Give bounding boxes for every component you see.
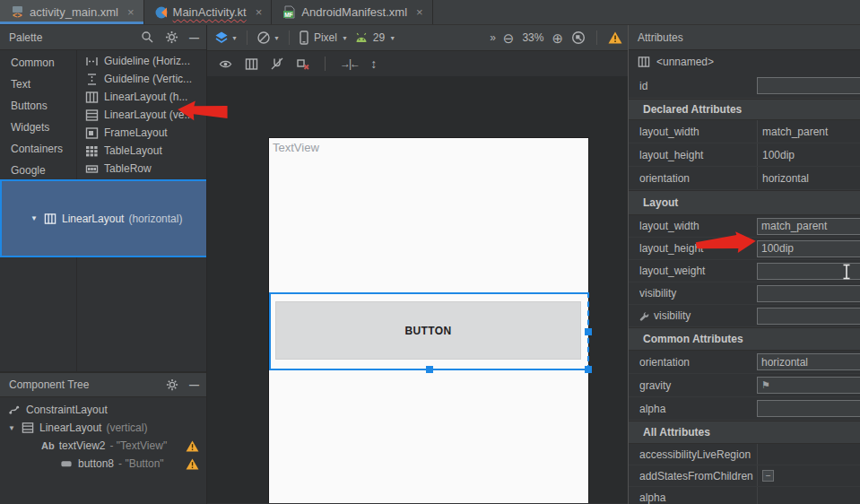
palette-category-google[interactable]: Google: [0, 160, 76, 181]
attribute-row: alpha: [629, 487, 860, 504]
toolbar-divider: [596, 30, 597, 45]
device-screen[interactable]: TextView BUTTON: [268, 137, 589, 503]
palette-item-tablerow[interactable]: TableRow: [77, 160, 206, 178]
resize-handle-bottom-right[interactable]: [585, 366, 592, 373]
palette-item-tablelayout[interactable]: TableLayout: [77, 142, 206, 160]
zoom-in-icon[interactable]: ⊕: [552, 31, 563, 45]
tools-visibility-input[interactable]: [757, 308, 860, 325]
attribute-label: addStatesFromChildren: [639, 470, 757, 482]
overflow-chevron-icon[interactable]: »: [490, 31, 495, 44]
view-options-eye-icon[interactable]: [218, 57, 233, 71]
id-input[interactable]: [757, 77, 860, 94]
zoom-out-icon[interactable]: ⊖: [503, 31, 515, 45]
button-widget-icon: [59, 456, 74, 471]
section-title: Common Attributes: [643, 333, 743, 345]
attribute-value[interactable]: match_parent: [757, 120, 860, 143]
palette-item-framelayout[interactable]: FrameLayout: [77, 124, 206, 142]
device-label: Pixel: [314, 31, 337, 44]
attribute-label: alpha: [639, 491, 757, 504]
visibility-input[interactable]: [757, 285, 860, 302]
attributes-panel: Attributes <unnamed> id Declared Attribu…: [628, 25, 860, 504]
minimize-icon[interactable]: —: [189, 379, 199, 390]
section-all-attributes[interactable]: All Attributes: [629, 421, 860, 444]
orientation-selector[interactable]: ▼: [256, 30, 280, 45]
zoom-to-fit-icon[interactable]: [571, 30, 586, 45]
attribute-label: alpha: [639, 403, 757, 415]
pack-horizontal-icon[interactable]: →|←: [340, 57, 359, 70]
expand-vertical-icon[interactable]: ↕: [370, 56, 377, 71]
layout-width-input[interactable]: match_parent: [757, 218, 860, 235]
chevron-down-icon[interactable]: ▼: [7, 424, 16, 432]
gear-icon[interactable]: [166, 378, 178, 391]
component-tree-title: Component Tree: [9, 378, 166, 391]
tree-node-constraintlayout[interactable]: ConstraintLayout: [0, 401, 206, 419]
search-icon[interactable]: [141, 30, 154, 44]
flag-icon[interactable]: ⚑: [761, 379, 770, 391]
tri-state-checkbox[interactable]: –: [762, 470, 774, 482]
tab-activity-main-xml[interactable]: <> activity_main.xml ×: [0, 0, 144, 24]
close-icon[interactable]: ×: [416, 5, 423, 19]
palette-category-buttons[interactable]: Buttons: [0, 95, 76, 117]
attribute-row-id: id: [629, 74, 860, 99]
section-declared-attributes[interactable]: Declared Attributes: [629, 99, 860, 120]
palette-item-label: Guideline (Vertic...: [104, 73, 192, 85]
api-level-label: 29: [373, 31, 385, 44]
selection-outline: [269, 292, 589, 370]
attribute-label: visibility: [639, 287, 757, 300]
attribute-value[interactable]: horizontal: [757, 167, 860, 189]
section-common-attributes[interactable]: Common Attributes: [629, 327, 860, 351]
section-layout[interactable]: Layout: [629, 190, 860, 215]
attribute-row: orientation horizontal: [629, 351, 860, 374]
design-mode-selector[interactable]: ▼: [214, 30, 238, 45]
palette-panel: Palette — Common Text Buttons Widgets La…: [0, 25, 206, 504]
attribute-value[interactable]: [757, 444, 860, 465]
palette-item-guideline-vertical[interactable]: Guideline (Vertic...: [77, 70, 206, 88]
design-canvas[interactable]: TextView BUTTON: [207, 76, 628, 503]
gravity-input[interactable]: ⚑: [757, 377, 860, 394]
attribute-value: –: [757, 465, 860, 486]
close-icon[interactable]: ×: [127, 5, 135, 19]
palette-item-guideline-horizontal[interactable]: Guideline (Horiz...: [77, 52, 206, 70]
attributes-title: Attributes: [638, 31, 683, 44]
mouse-cursor-ibeam: [842, 264, 851, 280]
tree-node-linearlayout-vertical[interactable]: ▼ LinearLayout(vertical): [0, 419, 206, 437]
tree-node-button8[interactable]: button8- "Button": [0, 455, 206, 473]
palette-category-widgets[interactable]: Widgets: [0, 117, 76, 138]
tab-androidmanifest-xml[interactable]: MF AndroidManifest.xml ×: [272, 0, 432, 24]
gear-icon[interactable]: [165, 30, 178, 44]
guideline-vertical-icon: [84, 72, 99, 86]
attribute-value[interactable]: 100dip: [757, 143, 860, 166]
tree-node-suffix: (vertical): [106, 421, 147, 434]
chevron-down-icon[interactable]: ▼: [30, 214, 39, 222]
palette-item-label: TableRow: [104, 162, 152, 175]
palette-category-common[interactable]: Common: [0, 52, 76, 74]
tree-node-textview2[interactable]: Ab textView2- "TextView": [0, 437, 206, 455]
device-selector[interactable]: Pixel ▼: [299, 30, 348, 45]
warning-icon[interactable]: [608, 31, 622, 44]
tree-node-label: ConstraintLayout: [26, 404, 108, 416]
palette-item-label: Guideline (Horiz...: [104, 55, 190, 67]
attribute-row: visibility: [629, 282, 860, 305]
orientation-columns-icon[interactable]: [245, 57, 258, 71]
palette-category-containers[interactable]: Containers: [0, 138, 76, 160]
resize-handle-bottom[interactable]: [426, 366, 433, 373]
textview-widget[interactable]: TextView: [273, 141, 319, 154]
table-layout-icon: [84, 143, 99, 158]
linear-layout-horizontal-icon: [43, 212, 57, 226]
minimize-icon[interactable]: —: [189, 32, 199, 43]
resize-handle-right[interactable]: [585, 328, 592, 335]
linear-layout-horizontal-icon: [638, 56, 650, 68]
tab-mainactivity-kt[interactable]: MainActivity.kt ×: [144, 0, 273, 24]
layout-xml-file-icon: <>: [11, 5, 24, 19]
palette-category-text[interactable]: Text: [0, 74, 76, 95]
alpha-input[interactable]: [757, 400, 860, 417]
orientation-input[interactable]: horizontal: [757, 353, 860, 370]
api-level-selector[interactable]: 29 ▼: [354, 31, 395, 44]
autoconnect-off-magnet-icon[interactable]: [270, 56, 284, 71]
attribute-value[interactable]: [757, 487, 860, 504]
component-tree-header: Component Tree —: [0, 372, 206, 397]
clear-constraints-icon[interactable]: [296, 56, 310, 71]
layout-height-input[interactable]: 100dip: [757, 240, 860, 257]
phone-icon: [299, 30, 309, 45]
close-icon[interactable]: ×: [256, 5, 263, 19]
